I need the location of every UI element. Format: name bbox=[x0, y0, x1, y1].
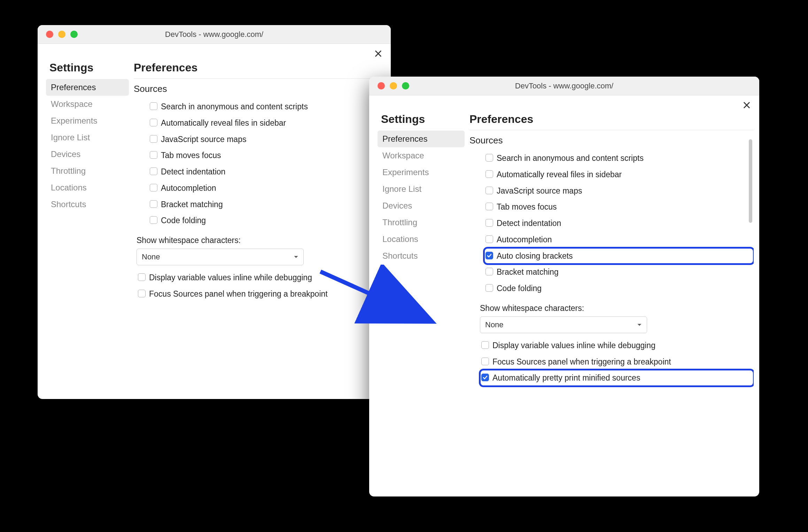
window-zoom-icon[interactable] bbox=[402, 82, 409, 89]
checkbox[interactable] bbox=[150, 216, 157, 224]
sidebar-item-devices[interactable]: Devices bbox=[378, 197, 465, 214]
devtools-window-before: DevTools - www.google.com/ Settings Pref… bbox=[38, 25, 391, 399]
option-javascript-source-maps[interactable]: JavaScript source maps bbox=[484, 183, 754, 199]
checkbox[interactable] bbox=[485, 268, 493, 275]
checkbox[interactable] bbox=[485, 154, 493, 162]
option-label: JavaScript source maps bbox=[497, 186, 582, 196]
option-search-in-anonymous-and-content-scripts[interactable]: Search in anonymous and content scripts bbox=[484, 150, 754, 166]
sidebar-item-throttling[interactable]: Throttling bbox=[46, 163, 129, 179]
sidebar-item-throttling[interactable]: Throttling bbox=[378, 214, 465, 231]
option-code-folding[interactable]: Code folding bbox=[148, 212, 385, 229]
sidebar-item-locations[interactable]: Locations bbox=[378, 231, 465, 248]
option-label: Tab moves focus bbox=[161, 150, 221, 161]
checkbox[interactable] bbox=[485, 235, 493, 243]
sidebar-item-ignore-list[interactable]: Ignore List bbox=[46, 129, 129, 146]
window-close-icon[interactable] bbox=[46, 31, 53, 38]
checkbox[interactable] bbox=[150, 102, 157, 110]
window-minimize-icon[interactable] bbox=[390, 82, 397, 89]
checkbox[interactable] bbox=[150, 184, 157, 191]
checkbox[interactable] bbox=[150, 151, 157, 159]
traffic-lights bbox=[369, 82, 409, 89]
option-tab-moves-focus[interactable]: Tab moves focus bbox=[484, 199, 754, 215]
option-automatically-reveal-files-in-sidebar[interactable]: Automatically reveal files in sidebar bbox=[148, 115, 385, 131]
sidebar-item-preferences[interactable]: Preferences bbox=[46, 79, 129, 96]
select-value: None bbox=[485, 320, 504, 329]
sidebar-item-experiments[interactable]: Experiments bbox=[378, 164, 465, 181]
option-bracket-matching[interactable]: Bracket matching bbox=[148, 196, 385, 213]
sidebar-item-devices[interactable]: Devices bbox=[46, 146, 129, 163]
option-label: Bracket matching bbox=[497, 267, 559, 277]
option-javascript-source-maps[interactable]: JavaScript source maps bbox=[148, 131, 385, 148]
option-focus-sources-panel-when-triggering-a-breakpoint[interactable]: Focus Sources panel when triggering a br… bbox=[480, 354, 754, 370]
option-search-in-anonymous-and-content-scripts[interactable]: Search in anonymous and content scripts bbox=[148, 99, 385, 115]
checkbox[interactable] bbox=[485, 203, 493, 210]
checkbox[interactable] bbox=[481, 341, 489, 349]
sidebar-item-workspace[interactable]: Workspace bbox=[46, 96, 129, 112]
option-autocompletion[interactable]: Autocompletion bbox=[148, 180, 385, 196]
sidebar-item-shortcuts[interactable]: Shortcuts bbox=[378, 248, 465, 264]
section-heading: Sources bbox=[469, 135, 754, 146]
window-minimize-icon[interactable] bbox=[58, 31, 65, 38]
option-label: Tab moves focus bbox=[497, 202, 557, 212]
sidebar-item-ignore-list[interactable]: Ignore List bbox=[378, 181, 465, 197]
preferences-panel: Preferences Sources Search in anonymous … bbox=[468, 111, 754, 496]
option-label: Autocompletion bbox=[161, 183, 216, 193]
titlebar[interactable]: DevTools - www.google.com/ bbox=[369, 77, 759, 95]
checkbox[interactable] bbox=[481, 374, 489, 381]
traffic-lights bbox=[38, 31, 78, 38]
window-zoom-icon[interactable] bbox=[70, 31, 78, 38]
option-auto-closing-brackets[interactable]: Auto closing brackets bbox=[484, 248, 754, 264]
option-label: Autocompletion bbox=[497, 235, 552, 245]
sidebar-item-experiments[interactable]: Experiments bbox=[46, 112, 129, 129]
section-heading: Sources bbox=[134, 84, 385, 94]
option-display-variable-values-inline-while-debugging[interactable]: Display variable values inline while deb… bbox=[480, 337, 754, 354]
option-label: Detect indentation bbox=[161, 167, 225, 177]
sidebar-heading: Settings bbox=[46, 60, 129, 79]
checkbox[interactable] bbox=[485, 284, 493, 292]
option-autocompletion[interactable]: Autocompletion bbox=[484, 232, 754, 248]
window-title: DevTools - www.google.com/ bbox=[369, 81, 759, 91]
settings-sidebar: Settings PreferencesWorkspaceExperiments… bbox=[46, 60, 132, 399]
scrollbar[interactable] bbox=[749, 139, 752, 223]
checkbox[interactable] bbox=[138, 273, 146, 281]
option-automatically-reveal-files-in-sidebar[interactable]: Automatically reveal files in sidebar bbox=[484, 166, 754, 183]
option-label: Code folding bbox=[161, 216, 206, 226]
close-icon[interactable] bbox=[742, 100, 752, 111]
sidebar-list: PreferencesWorkspaceExperimentsIgnore Li… bbox=[378, 131, 465, 264]
checkbox[interactable] bbox=[150, 200, 157, 208]
option-label: JavaScript source maps bbox=[161, 134, 246, 144]
option-list-tail: Display variable values inline while deb… bbox=[469, 337, 754, 386]
option-tab-moves-focus[interactable]: Tab moves focus bbox=[148, 147, 385, 164]
sidebar-heading: Settings bbox=[378, 111, 465, 131]
checkbox[interactable] bbox=[485, 170, 493, 178]
checkbox[interactable] bbox=[150, 119, 157, 126]
titlebar[interactable]: DevTools - www.google.com/ bbox=[38, 25, 391, 44]
window-close-icon[interactable] bbox=[378, 82, 385, 89]
option-label: Code folding bbox=[497, 283, 542, 294]
option-automatically-pretty-print-minified-sources[interactable]: Automatically pretty print minified sour… bbox=[480, 370, 754, 386]
checkbox[interactable] bbox=[485, 187, 493, 194]
checkbox[interactable] bbox=[150, 135, 157, 143]
sidebar-item-preferences[interactable]: Preferences bbox=[378, 131, 465, 147]
checkbox[interactable] bbox=[485, 252, 493, 259]
option-label: Auto closing brackets bbox=[497, 251, 573, 261]
page-title: Preferences bbox=[469, 111, 754, 130]
option-focus-sources-panel-when-triggering-a-breakpoint[interactable]: Focus Sources panel when triggering a br… bbox=[137, 286, 385, 302]
close-icon[interactable] bbox=[373, 49, 383, 60]
option-display-variable-values-inline-while-debugging[interactable]: Display variable values inline while deb… bbox=[137, 269, 385, 286]
whitespace-select[interactable]: None bbox=[137, 249, 304, 265]
option-bracket-matching[interactable]: Bracket matching bbox=[484, 264, 754, 280]
sidebar-item-shortcuts[interactable]: Shortcuts bbox=[46, 196, 129, 213]
sidebar-item-locations[interactable]: Locations bbox=[46, 179, 129, 196]
option-list-tail: Display variable values inline while deb… bbox=[134, 269, 385, 302]
checkbox[interactable] bbox=[138, 290, 146, 297]
option-code-folding[interactable]: Code folding bbox=[484, 280, 754, 297]
checkbox[interactable] bbox=[150, 167, 157, 175]
sidebar-item-workspace[interactable]: Workspace bbox=[378, 147, 465, 164]
option-detect-indentation[interactable]: Detect indentation bbox=[484, 215, 754, 232]
window-title: DevTools - www.google.com/ bbox=[38, 30, 391, 39]
checkbox[interactable] bbox=[481, 358, 489, 365]
option-detect-indentation[interactable]: Detect indentation bbox=[148, 164, 385, 180]
checkbox[interactable] bbox=[485, 219, 493, 227]
whitespace-select[interactable]: None bbox=[480, 316, 647, 333]
